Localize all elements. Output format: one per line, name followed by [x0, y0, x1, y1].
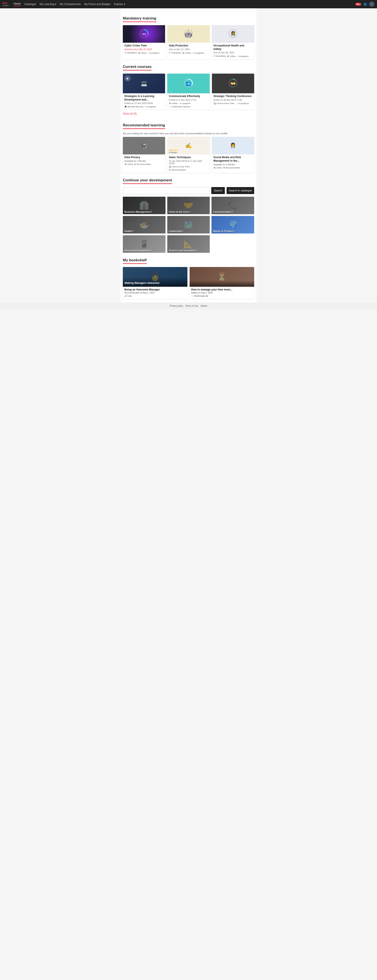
cat-communication[interactable]: 📞 Communication ℹ — [212, 197, 254, 214]
tag-mandatory-3: ⓘ Mandatory — [213, 55, 226, 57]
progress-ring-occ: 0% — [228, 29, 238, 39]
tag-mandatory: ⓘ Mandatory — [124, 51, 137, 54]
cat-personal-development[interactable]: 📱 Personal Development ℹ — [123, 235, 165, 253]
cat-label-science: Science and Innovation ℹ — [167, 248, 199, 253]
cat-business-management[interactable]: 👔 Business Management ℹ — [123, 197, 165, 214]
bookshelf-overlay-time — [189, 281, 254, 287]
nav-my-learning[interactable]: My Learning ▾ — [40, 3, 56, 6]
star-rating: ★★★★★ — [169, 149, 178, 151]
info-icon-business: ℹ — [151, 210, 152, 213]
tag-progress-3: ↑ In progress — [237, 55, 248, 57]
globe-icon[interactable]: 🌐 — [363, 3, 367, 6]
info-icon-client: ℹ — [189, 210, 190, 213]
search-button[interactable]: Search — [211, 187, 225, 194]
bookshelf-item-time[interactable]: ⏳ How to manage your time more... Added … — [189, 267, 254, 299]
cat-label-communication: Communication ℹ — [212, 209, 234, 214]
card-tags-data: ⓘ Mandatory 🖥 Online ↑ In progress — [169, 51, 208, 54]
tag-blended: 🎓 Blended learning — [124, 105, 143, 108]
bookshelf-overlay-manager: Making Managers Awesome — [123, 277, 188, 287]
card-title-data: Data Protection — [169, 44, 208, 48]
card-subtitle-strategies: Ended on 21 Nov 2023 08:00 — [124, 102, 164, 105]
cat-market-product[interactable]: 🌍 Market & Product ℹ — [212, 216, 254, 234]
development-title: Continue your development — [123, 178, 172, 184]
progress-ring-cyber: 25% — [139, 29, 149, 39]
info-icon-personal: ℹ — [151, 249, 152, 251]
card-title-cyber: Cyber Crime Time — [124, 44, 164, 48]
card-occupational[interactable]: 👩‍💼 0% Occupational Health and Safety Du… — [212, 25, 254, 59]
main-nav: imc Scheer Home Catalogue My Learning ▾ … — [0, 0, 377, 8]
current-courses-section: Current courses — [123, 65, 254, 71]
nav-catalogue[interactable]: Catalogue — [24, 3, 37, 6]
footer-terms[interactable]: Terms of Use — [185, 305, 198, 307]
cat-leadership[interactable]: 🗺️ Leadership ℹ — [167, 216, 210, 234]
card-tags-communicate: 🖥 Online ↑ In progress ✓ Certification r… — [169, 102, 208, 108]
user-avatar[interactable]: 👤 — [369, 2, 374, 7]
card-tags-privacy: 🖥 Online ★ Recommended — [124, 163, 164, 165]
mandatory-training-cards: 25% Cyber Crime Time Overdue since Mar 2… — [123, 25, 254, 59]
card-title-strategic: Strategic Thinking Conference — [213, 95, 253, 98]
card-social-media[interactable]: 👩‍💼 Social Media and Risk Management in … — [212, 137, 254, 173]
bookshelf-title-time: How to manage your time more... — [191, 288, 253, 291]
search-input[interactable] — [123, 187, 210, 194]
nav-right: 99+ 🌐 👤 — [355, 2, 374, 7]
footer-privacy[interactable]: Privacy policy — [170, 305, 183, 307]
logo: imc Scheer — [3, 2, 9, 7]
recommended-section: Recommended learning — [123, 123, 254, 129]
mandatory-training-title: Mandatory training — [123, 16, 156, 22]
card-title-privacy: Data Privacy — [124, 156, 164, 159]
bookshelf-tags-time: 📄 Multimedia file — [191, 295, 253, 297]
bookshelf-title: My bookshelf — [123, 258, 147, 264]
cat-client-core[interactable]: 🤝 Client at the Core ℹ — [167, 197, 210, 214]
tag-online-2: 🖥 Online — [182, 51, 191, 54]
tag-progress-s: ↑ In progress — [144, 105, 156, 108]
rating-count: 4 Ratings — [169, 151, 178, 154]
card-meta-sales: 15 Jan 2024 09:00 to 17 Jan 2024 16:00 — [169, 160, 208, 165]
tag-link: 🔗 Link — [124, 295, 132, 297]
mandatory-training-section: Mandatory training — [123, 16, 254, 22]
nav-explore[interactable]: Explore ▾ — [114, 3, 125, 6]
nav-home[interactable]: Home — [14, 2, 21, 6]
card-title-occ: Occupational Health and Safety — [213, 44, 253, 51]
card-meta-privacy: Available for 3 Months — [124, 160, 164, 162]
progress-text-cyber: 25% — [142, 33, 146, 35]
card-strategic[interactable]: 👐 10% Strategic Thinking Conference Ende… — [212, 73, 254, 110]
card-title-communicate: Communicate Effectively — [169, 95, 208, 98]
nav-my-competencies[interactable]: My Competencies — [60, 3, 81, 6]
search-bar-row: Search Search in catalogue — [123, 187, 254, 194]
tag-recommended-s: ★ Recommended — [169, 169, 185, 171]
card-data-privacy[interactable]: 📓 Data Privacy Available for 3 Months 🖥 … — [123, 137, 165, 173]
card-tags-sales: 🏢 Face-to-Face Train... ★ Recommended — [169, 165, 208, 171]
bookshelf-meta-manager: Recommended on Aug 1, 2022 — [124, 291, 186, 294]
card-communicate[interactable]: 👥 33% Communicate Effectively Ended on 1… — [167, 73, 210, 110]
show-all-link[interactable]: Show all (6) — [123, 112, 137, 115]
current-courses-title: Current courses — [123, 65, 151, 70]
card-sales[interactable]: ✍️ ★★★★★ 4 Ratings Sales Techniques 15 J… — [167, 137, 210, 173]
bookshelf-title-manager: Being an Awesome Manager — [124, 288, 186, 291]
cat-label-personal: Personal Development ℹ — [123, 248, 153, 253]
bookshelf-item-manager[interactable]: 👩 Making Managers Awesome Being an Aweso… — [123, 267, 188, 299]
progress-ring-strategic: 10% — [228, 78, 238, 89]
tag-progress-c: ↑ In progress — [178, 102, 191, 105]
card-data-protection[interactable]: 🤖 0% Data Protection Due on Nov 22, 2024… — [167, 25, 210, 59]
progress-text-data: 0% — [187, 33, 190, 35]
card-title-strategies: Strategies in e-Learning Development and… — [124, 95, 164, 102]
footer-imprint[interactable]: Imprint — [200, 305, 207, 307]
card-cyber-crime[interactable]: 25% Cyber Crime Time Overdue since Mar 2… — [123, 25, 165, 59]
card-strategies[interactable]: 💻 ▶ Strategies in e-Learning Development… — [123, 73, 165, 110]
progress-ring-comm: 33% — [184, 78, 193, 89]
card-tags-occ: ⓘ Mandatory 🖥 Online ↑ In progress — [213, 55, 253, 57]
search-catalogue-button[interactable]: Search in catalogue — [227, 187, 254, 194]
nav-points-badges[interactable]: My Points and Badges — [84, 3, 111, 6]
cat-label-client: Client at the Core ℹ — [167, 209, 192, 214]
card-tags-social: 🖥 Online ★ Recommended — [213, 167, 253, 169]
card-title-social: Social Media and Risk Management in the.… — [213, 156, 253, 162]
card-tags-strategic: 🏢 Face-to-Face Train... ↑ In progress — [213, 102, 253, 105]
bookshelf-tags-manager: 🔗 Link — [124, 295, 186, 297]
tag-progress-st: ↑ In progress — [237, 102, 249, 105]
cat-health[interactable]: 🍜 Health ℹ — [123, 216, 165, 234]
card-tags-cyber: ⓘ Mandatory 🖥 Online ↑ In progress — [124, 51, 164, 54]
cat-science-innovation[interactable]: 📐 Science and Innovation ℹ — [167, 235, 210, 253]
bookshelf-cards: 👩 Making Managers Awesome Being an Aweso… — [123, 267, 254, 299]
info-icon-market: ℹ — [234, 230, 234, 232]
tag-recommended-p: ★ Recommended — [134, 163, 151, 165]
